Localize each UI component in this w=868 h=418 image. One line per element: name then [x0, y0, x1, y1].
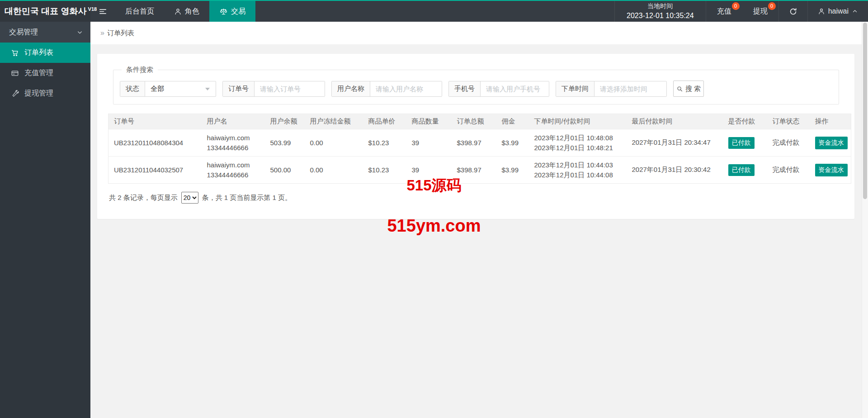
hamburger-icon: [99, 7, 107, 16]
sidebar-item-recharge-management[interactable]: 充值管理: [0, 63, 90, 83]
breadcrumb-arrow: »: [100, 29, 104, 37]
order-time-input[interactable]: [594, 81, 666, 96]
cart-icon: [11, 49, 19, 57]
scrollbar-thumb[interactable]: [863, 23, 867, 199]
table-row: UB2312011044032507 haiwaiym.com 13344446…: [108, 157, 851, 184]
order-no-input[interactable]: [255, 81, 325, 96]
recharge-count-badge: 0: [732, 2, 740, 10]
fund-flow-button[interactable]: 资金流水: [815, 164, 848, 176]
column-header: 是否付款: [723, 114, 767, 129]
page-body: 交易管理 订单列表 充值管理 提现管: [0, 22, 868, 418]
column-header: 用户冻结金额: [305, 114, 363, 129]
cell-total: $398.97: [452, 129, 496, 157]
username: haiwai: [828, 7, 849, 15]
user-phone: 13344446666: [207, 143, 262, 153]
status-filter-group: 状态 全部: [120, 81, 216, 97]
pagination-suffix: 条，共 1 页当前显示第 1 页。: [202, 194, 292, 202]
sidebar-item-withdraw-management[interactable]: 提现管理: [0, 83, 90, 104]
local-time-value: 2023-12-01 10:35:24: [627, 11, 694, 21]
user-email: haiwaiym.com: [207, 160, 262, 170]
user-phone: 13344446666: [207, 170, 262, 180]
cell-order-pay-time: 2023年12月01日 10:48:08 2023年12月01日 10:48:2…: [529, 129, 627, 157]
logo-text: 대한민국 대표 영화사: [5, 5, 87, 17]
cell-user: haiwaiym.com 13344446666: [202, 129, 265, 157]
sidebar-item-label: 充值管理: [24, 68, 53, 78]
table-row: UB2312011048084304 haiwaiym.com 13344446…: [108, 129, 851, 157]
user-name-input[interactable]: [370, 81, 442, 96]
local-time: 当地时间 2023-12-01 10:35:24: [614, 1, 706, 22]
order-time: 2023年12月01日 10:44:03: [534, 160, 624, 170]
page-size-select[interactable]: 20: [181, 192, 198, 204]
cell-qty: 39: [406, 157, 452, 184]
order-list-card: 条件搜索 状态 全部 订单号: [97, 54, 854, 219]
search-panel: 条件搜索 状态 全部 订单号: [113, 66, 839, 104]
column-header: 订单状态: [767, 114, 810, 129]
user-name-filter-label: 用户名称: [332, 81, 370, 96]
main-area: » 订单列表 条件搜索 状态 全部: [90, 22, 862, 418]
nav-item-label: 交易: [231, 7, 245, 16]
cell-paid: 已付款: [723, 129, 767, 157]
app-logo: 대한민국 대표 영화사 V18: [0, 1, 90, 22]
order-no-filter-label: 订单号: [223, 81, 255, 96]
cell-order-status: 完成付款: [767, 129, 810, 157]
cell-commission: $3.99: [496, 157, 529, 184]
recharge-button[interactable]: 充值 0: [706, 1, 742, 22]
search-form-row: 状态 全部 订单号 用户名称: [120, 81, 832, 97]
phone-filter-label: 手机号: [449, 81, 481, 96]
column-header: 订单号: [108, 114, 202, 129]
admin-page: 대한민국 대표 영화사 V18 后台首页 角色 交易 当地时间 2: [0, 0, 868, 418]
nav-item-roles[interactable]: 角色: [164, 1, 209, 22]
cell-unit-price: $10.23: [363, 129, 406, 157]
sidebar-group-trade-management[interactable]: 交易管理: [0, 22, 90, 43]
cell-order-status: 完成付款: [767, 157, 810, 184]
sidebar-item-order-list[interactable]: 订单列表: [0, 43, 90, 63]
phone-filter-group: 手机号: [448, 81, 549, 97]
withdraw-button[interactable]: 提现 0: [742, 1, 778, 22]
table-header-row: 订单号 用户名 用户余额 用户冻结金额 商品单价 商品数量 订单总额 佣金 下单…: [108, 114, 851, 129]
nav-item-dashboard[interactable]: 后台首页: [115, 1, 164, 22]
cell-commission: $3.99: [496, 129, 529, 157]
topbar-right: 当地时间 2023-12-01 10:35:24 充值 0 提现 0 hai: [614, 1, 868, 22]
scales-icon: [219, 7, 228, 16]
cell-last-pay-time: 2027年01月31日 20:34:47: [627, 129, 723, 157]
person-icon: [174, 8, 182, 15]
paid-status-badge: 已付款: [728, 137, 755, 149]
cell-actions: 资金流水: [810, 157, 851, 184]
cell-frozen: 0.00: [305, 129, 363, 157]
paid-status-badge: 已付款: [728, 164, 755, 176]
sidebar: 交易管理 订单列表 充值管理 提现管: [0, 22, 90, 418]
order-time: 2023年12月01日 10:48:08: [534, 133, 624, 143]
wrench-icon: [11, 90, 19, 98]
sidebar-group-label: 交易管理: [9, 28, 38, 37]
cell-order-no: UB2312011048084304: [108, 129, 202, 157]
search-button[interactable]: 搜 索: [673, 81, 704, 97]
fund-flow-button[interactable]: 资金流水: [815, 137, 848, 149]
chevron-down-icon: [76, 29, 83, 36]
nav-item-trade[interactable]: 交易: [209, 1, 255, 22]
user-name-filter-group: 用户名称: [331, 81, 442, 97]
recharge-label: 充值: [717, 7, 731, 16]
cell-balance: 503.99: [265, 129, 305, 157]
nav-item-label: 后台首页: [125, 7, 154, 16]
user-menu[interactable]: haiwai: [807, 1, 868, 22]
withdraw-label: 提现: [753, 7, 768, 16]
topbar: 대한민국 대표 영화사 V18 后台首页 角色 交易 当地时间 2: [0, 0, 868, 22]
cell-user: haiwaiym.com 13344446666: [202, 157, 265, 184]
column-header: 佣金: [496, 114, 529, 129]
page-scrollbar[interactable]: [862, 22, 868, 418]
person-icon: [818, 8, 825, 15]
column-header: 订单总额: [452, 114, 496, 129]
phone-input[interactable]: [481, 81, 549, 96]
refresh-button[interactable]: [778, 1, 807, 22]
sidebar-item-label: 订单列表: [24, 48, 53, 57]
chevron-up-icon: [852, 8, 858, 14]
column-header: 下单时间/付款时间: [529, 114, 627, 129]
cell-actions: 资金流水: [810, 129, 851, 157]
breadcrumb: » 订单列表: [90, 22, 862, 44]
status-select[interactable]: 全部: [145, 81, 216, 96]
refresh-icon: [789, 7, 797, 16]
content-area: 条件搜索 状态 全部 订单号: [90, 44, 862, 418]
order-no-filter-group: 订单号: [222, 81, 325, 97]
column-header: 商品数量: [406, 114, 452, 129]
card-icon: [11, 69, 19, 77]
